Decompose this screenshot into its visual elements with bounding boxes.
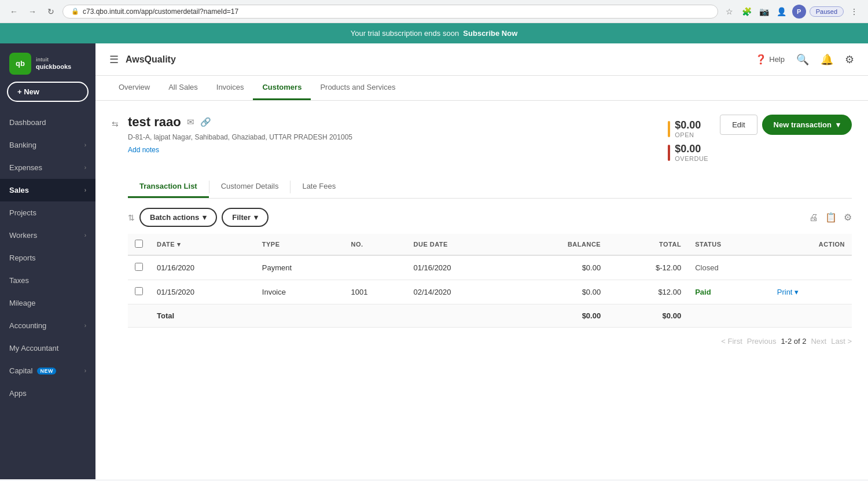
svg-text:qb: qb <box>16 59 25 68</box>
sidebar-item-my-accountant[interactable]: My Accountant <box>0 337 95 359</box>
open-amount-label: OPEN <box>675 131 701 138</box>
sidebar-item-sales[interactable]: Sales › <box>0 179 95 201</box>
row2-due-date: 02/14/2020 <box>407 280 512 304</box>
sidebar-item-expenses[interactable]: Expenses › <box>0 156 95 179</box>
th-no: NO. <box>344 234 407 255</box>
sidebar-item-mileage[interactable]: Mileage <box>0 292 95 314</box>
new-transaction-button[interactable]: New transaction ▾ <box>762 115 852 135</box>
app-layout: qb intuit quickbooks + New Dashboard Ban… <box>0 43 868 479</box>
help-button[interactable]: ❓ Help <box>755 54 785 65</box>
new-button[interactable]: + New <box>7 82 89 102</box>
row2-checkbox[interactable] <box>135 287 143 295</box>
settings-table-icon[interactable]: ⚙ <box>844 212 852 223</box>
sidebar-label-capital: Capital <box>9 366 32 375</box>
help-circle-icon: ❓ <box>755 54 767 65</box>
sub-tab-transaction-list[interactable]: Transaction List <box>128 176 209 198</box>
profile-avatar[interactable]: P <box>792 5 806 19</box>
top-header: ☰ AwsQuality ❓ Help 🔍 🔔 ⚙ <box>95 43 868 76</box>
print-icon[interactable]: 🖨 <box>809 212 818 223</box>
settings-button[interactable]: ⚙ <box>845 53 854 66</box>
amount-overdue: $0.00 OVERDUE <box>668 143 708 162</box>
sort-icon[interactable]: ⇅ <box>128 213 135 222</box>
customer-detail-main: test raao ✉ 🔗 D-81-A, lajpat Nagar, Sahi… <box>128 115 852 346</box>
table-controls: ⇅ Batch actions ▾ Filter ▾ 🖨 <box>128 208 852 227</box>
sidebar-item-capital[interactable]: Capital NEW › <box>0 359 95 382</box>
sidebar-label-workers: Workers <box>9 231 37 240</box>
row2-checkbox-cell <box>128 280 150 304</box>
trial-text: Your trial subscription ends soon <box>351 29 459 38</box>
chevron-icon-workers: › <box>84 232 86 238</box>
total-balance: $0.00 <box>512 304 608 328</box>
customer-email-icon[interactable]: ✉ <box>187 117 194 127</box>
back-button[interactable]: ← <box>7 5 21 19</box>
forward-button[interactable]: → <box>25 5 39 19</box>
sidebar-item-workers[interactable]: Workers › <box>0 224 95 247</box>
expand-list-icon[interactable]: ⇆ <box>112 119 119 128</box>
extension-icon[interactable]: 🧩 <box>740 5 754 19</box>
tab-products-services[interactable]: Products and Services <box>311 76 404 100</box>
sub-tab-late-fees[interactable]: Late Fees <box>290 176 347 198</box>
url-bar[interactable]: 🔒 c73.qbo.intuit.com/app/customerdetail?… <box>62 5 718 19</box>
hamburger-menu-button[interactable]: ☰ <box>109 53 119 66</box>
customer-name-row: test raao ✉ 🔗 <box>128 115 352 130</box>
filter-button[interactable]: Filter ▾ <box>222 208 269 227</box>
trial-cta[interactable]: Subscribe Now <box>463 29 517 38</box>
row2-no: 1001 <box>344 280 407 304</box>
total-empty-status <box>688 304 770 328</box>
refresh-button[interactable]: ↻ <box>44 5 58 19</box>
customer-address: D-81-A, lajpat Nagar, Sahibabad, Ghaziab… <box>128 133 352 141</box>
tab-overview[interactable]: Overview <box>109 76 159 100</box>
prev-page-button[interactable]: Previous <box>747 337 777 346</box>
batch-actions-dropdown-icon: ▾ <box>203 213 207 222</box>
star-icon[interactable]: ☆ <box>723 5 737 19</box>
customer-header: test raao ✉ 🔗 D-81-A, lajpat Nagar, Sahi… <box>128 115 852 162</box>
tab-all-sales[interactable]: All Sales <box>159 76 207 100</box>
sidebar-item-taxes[interactable]: Taxes <box>0 269 95 292</box>
first-page-button[interactable]: < First <box>721 337 742 346</box>
row1-status-badge: Closed <box>695 263 718 272</box>
more-options-icon[interactable]: ⋮ <box>847 5 861 19</box>
last-page-button[interactable]: Last > <box>831 337 852 346</box>
sidebar-item-apps[interactable]: Apps <box>0 382 95 405</box>
total-amount: $0.00 <box>608 304 688 328</box>
chevron-icon-capital: › <box>84 368 86 374</box>
sidebar-item-projects[interactable]: Projects <box>0 201 95 224</box>
batch-actions-button[interactable]: Batch actions ▾ <box>139 208 217 227</box>
add-notes-link[interactable]: Add notes <box>128 146 352 154</box>
sidebar-item-reports[interactable]: Reports <box>0 247 95 269</box>
screenshot-icon[interactable]: 📷 <box>757 5 771 19</box>
gear-icon: ⚙ <box>845 53 854 66</box>
print-action-link[interactable]: Print ▾ <box>777 288 845 296</box>
sidebar-item-accounting[interactable]: Accounting › <box>0 314 95 337</box>
customer-detail-area: ⇆ test raao ✉ 🔗 D-81-A, lajpat Nagar, Sa… <box>95 101 868 479</box>
sidebar-logo: qb intuit quickbooks <box>0 43 95 82</box>
main-tabs: Overview All Sales Invoices Customers Pr… <box>95 76 868 101</box>
sidebar-item-banking[interactable]: Banking › <box>0 134 95 156</box>
open-bar-indicator <box>668 121 670 137</box>
edit-customer-button[interactable]: Edit <box>720 115 757 135</box>
account-icon[interactable]: 👤 <box>775 5 789 19</box>
row1-checkbox[interactable] <box>135 263 143 271</box>
sidebar-label-accounting: Accounting <box>9 321 46 330</box>
row1-type: Payment <box>255 255 344 280</box>
chevron-icon-banking: › <box>84 142 86 148</box>
filter-dropdown-icon: ▾ <box>254 213 258 222</box>
tab-customers[interactable]: Customers <box>253 76 311 100</box>
paused-badge[interactable]: Paused <box>810 6 844 17</box>
customer-link-icon[interactable]: 🔗 <box>200 117 211 127</box>
total-empty-type <box>255 304 344 328</box>
chevron-icon-sales: › <box>84 187 86 193</box>
table-total-row: Total $0.00 $0.00 <box>128 304 852 328</box>
search-button[interactable]: 🔍 <box>796 53 809 66</box>
th-total: TOTAL <box>608 234 688 255</box>
sub-tab-customer-details[interactable]: Customer Details <box>209 176 290 198</box>
row1-date: 01/16/2020 <box>150 255 255 280</box>
export-icon[interactable]: 📋 <box>825 212 837 223</box>
select-all-checkbox[interactable] <box>135 240 143 248</box>
tab-invoices[interactable]: Invoices <box>207 76 253 100</box>
sidebar-item-dashboard[interactable]: Dashboard <box>0 111 95 134</box>
next-page-button[interactable]: Next <box>811 337 826 346</box>
row2-action[interactable]: Print ▾ <box>770 280 852 304</box>
notifications-button[interactable]: 🔔 <box>821 53 833 66</box>
th-date[interactable]: DATE ▾ <box>150 234 255 255</box>
